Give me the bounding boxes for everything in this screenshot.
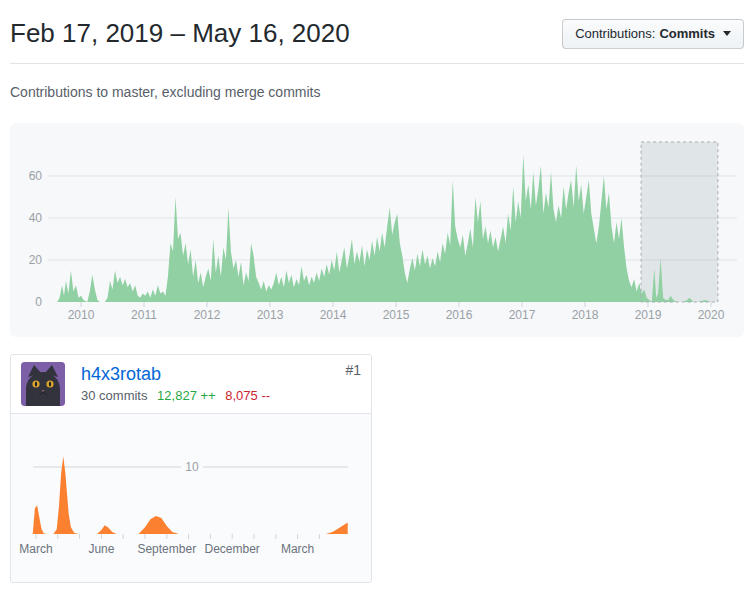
- commits-area-series: [57, 155, 735, 302]
- x-axis-label: September: [137, 542, 196, 556]
- y-axis-label: 0: [35, 295, 42, 309]
- x-axis-label: March: [281, 542, 314, 556]
- contributions-graph-canvas[interactable]: 0204060201020112012201320142015201620172…: [10, 123, 744, 337]
- y-axis-label: 60: [29, 169, 43, 183]
- date-range-title: Feb 17, 2019 – May 16, 2020: [10, 18, 350, 49]
- x-axis-label: 2018: [572, 308, 599, 322]
- contributor-graph-canvas: 10MarchJuneSeptemberDecemberMarch: [11, 414, 371, 582]
- contributor-stats: 30 commits 12,827 ++ 8,075 --: [81, 388, 270, 403]
- x-axis-label: March: [19, 542, 52, 556]
- contributors-page: Feb 17, 2019 – May 16, 2020 Contribution…: [0, 0, 753, 583]
- chevron-down-icon: [723, 31, 731, 36]
- y-axis-label: 20: [29, 253, 43, 267]
- dropdown-label: Contributions:: [575, 26, 655, 42]
- contributor-rank-badge: #1: [345, 362, 361, 378]
- x-axis-label: 2017: [509, 308, 536, 322]
- contributor-graph: 10MarchJuneSeptemberDecemberMarch: [11, 414, 371, 582]
- contributions-graph[interactable]: 0204060201020112012201320142015201620172…: [10, 123, 744, 337]
- selection-region-fill: [641, 142, 718, 302]
- contributor-name-link[interactable]: h4x3rotab: [81, 362, 161, 386]
- x-axis-label: December: [205, 542, 260, 556]
- avatar-image[interactable]: [21, 362, 65, 406]
- x-axis-label: 2020: [698, 308, 725, 322]
- x-axis-label: 2010: [68, 308, 95, 322]
- additions-count: 12,827 ++: [157, 388, 216, 403]
- x-axis-label: 2019: [635, 308, 662, 322]
- x-axis-label: 2016: [446, 308, 473, 322]
- dropdown-selected-value: Commits: [659, 26, 715, 42]
- y-axis-label: 40: [29, 211, 43, 225]
- x-axis-label: June: [88, 542, 114, 556]
- page-header: Feb 17, 2019 – May 16, 2020 Contribution…: [10, 0, 744, 64]
- x-axis-label: 2013: [257, 308, 284, 322]
- y-axis-label: 10: [185, 460, 199, 474]
- contributor-card: h4x3rotab 30 commits 12,827 ++ 8,075 -- …: [10, 354, 372, 583]
- contributor-identity: h4x3rotab 30 commits 12,827 ++ 8,075 --: [81, 362, 270, 403]
- x-axis-label: 2011: [131, 308, 157, 322]
- x-axis-label: 2015: [383, 308, 410, 322]
- contributions-dropdown-button[interactable]: Contributions: Commits: [562, 19, 744, 49]
- x-axis-label: 2014: [320, 308, 347, 322]
- commit-count-link[interactable]: 30 commits: [81, 388, 147, 403]
- graph-description: Contributions to master, excluding merge…: [10, 84, 744, 100]
- x-axis-label: 2012: [194, 308, 221, 322]
- deletions-count: 8,075 --: [225, 388, 270, 403]
- contributor-card-header: h4x3rotab 30 commits 12,827 ++ 8,075 -- …: [11, 355, 371, 414]
